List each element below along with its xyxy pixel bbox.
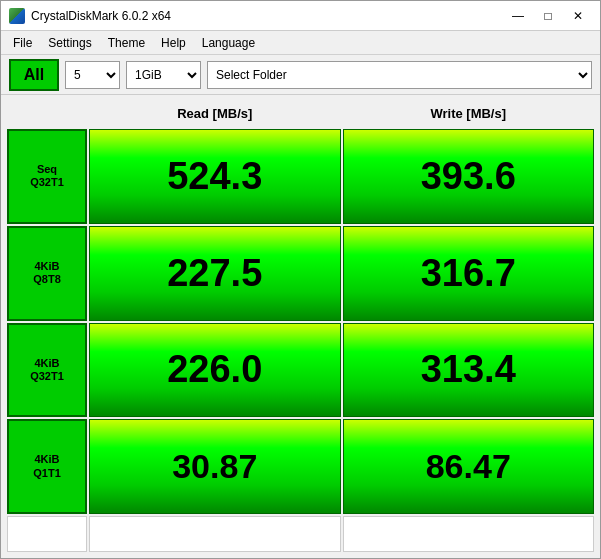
row-4kib-q8t8-write: 316.7 — [343, 226, 595, 321]
empty-row — [7, 516, 594, 552]
folder-select[interactable]: Select Folder — [207, 61, 592, 89]
row-seq-write: 393.6 — [343, 129, 595, 224]
table-row: 4KiB Q1T1 30.87 86.47 — [7, 419, 594, 514]
window-title: CrystalDiskMark 6.0.2 x64 — [31, 9, 171, 23]
empty-cell-read — [89, 516, 341, 552]
col-header-label — [7, 99, 87, 127]
row-4kib-q1t1-read: 30.87 — [89, 419, 341, 514]
row-label-line2: Q32T1 — [30, 370, 64, 383]
row-label-line2: Q1T1 — [33, 467, 61, 480]
menu-help[interactable]: Help — [153, 34, 194, 52]
runs-select[interactable]: 5 1 3 10 — [65, 61, 120, 89]
main-content: Read [MB/s] Write [MB/s] Seq Q32T1 524.3… — [1, 95, 600, 558]
table-row: Seq Q32T1 524.3 393.6 — [7, 129, 594, 224]
row-label-line2: Q8T8 — [33, 273, 61, 286]
row-4kib-q32t1-read: 226.0 — [89, 323, 341, 418]
col-header-read: Read [MB/s] — [89, 99, 341, 127]
table-header: Read [MB/s] Write [MB/s] — [7, 99, 594, 127]
col-header-write: Write [MB/s] — [343, 99, 595, 127]
row-label-line2: Q32T1 — [30, 176, 64, 189]
menu-file[interactable]: File — [5, 34, 40, 52]
empty-cell-write — [343, 516, 595, 552]
app-icon — [9, 8, 25, 24]
menu-bar: File Settings Theme Help Language — [1, 31, 600, 55]
size-select[interactable]: 1GiB 512MiB 2GiB 4GiB 8GiB — [126, 61, 201, 89]
row-label-line1: Seq — [37, 163, 57, 176]
menu-language[interactable]: Language — [194, 34, 263, 52]
row-label-seq: Seq Q32T1 — [7, 129, 87, 224]
row-4kib-q8t8-read: 227.5 — [89, 226, 341, 321]
row-seq-read: 524.3 — [89, 129, 341, 224]
row-label-4kib-q32t1: 4KiB Q32T1 — [7, 323, 87, 418]
close-button[interactable]: ✕ — [564, 6, 592, 26]
row-4kib-q32t1-write: 313.4 — [343, 323, 595, 418]
table-row: 4KiB Q8T8 227.5 316.7 — [7, 226, 594, 321]
title-bar-left: CrystalDiskMark 6.0.2 x64 — [9, 8, 171, 24]
app-window: CrystalDiskMark 6.0.2 x64 — □ ✕ File Set… — [0, 0, 601, 559]
row-label-line1: 4KiB — [34, 260, 59, 273]
toolbar: All 5 1 3 10 1GiB 512MiB 2GiB 4GiB 8GiB … — [1, 55, 600, 95]
row-label-4kib-q1t1: 4KiB Q1T1 — [7, 419, 87, 514]
window-controls: — □ ✕ — [504, 6, 592, 26]
title-bar: CrystalDiskMark 6.0.2 x64 — □ ✕ — [1, 1, 600, 31]
all-button[interactable]: All — [9, 59, 59, 91]
empty-cell-label — [7, 516, 87, 552]
maximize-button[interactable]: □ — [534, 6, 562, 26]
minimize-button[interactable]: — — [504, 6, 532, 26]
row-label-line1: 4KiB — [34, 357, 59, 370]
row-label-4kib-q8t8: 4KiB Q8T8 — [7, 226, 87, 321]
row-label-line1: 4KiB — [34, 453, 59, 466]
table-row: 4KiB Q32T1 226.0 313.4 — [7, 323, 594, 418]
menu-settings[interactable]: Settings — [40, 34, 99, 52]
menu-theme[interactable]: Theme — [100, 34, 153, 52]
row-4kib-q1t1-write: 86.47 — [343, 419, 595, 514]
